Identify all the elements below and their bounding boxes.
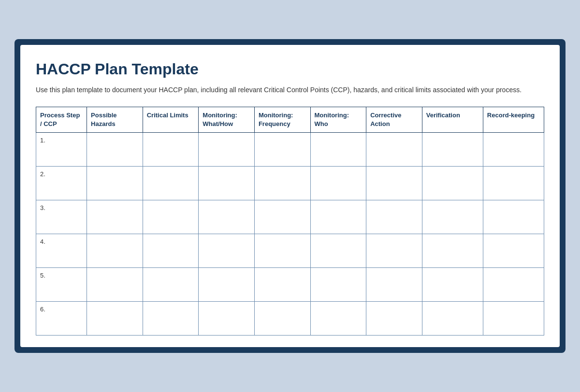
table-cell	[422, 200, 483, 234]
table-cell	[483, 234, 544, 268]
col-header-monitoring-who: Monitoring: Who	[310, 107, 366, 132]
table-cell	[366, 302, 422, 336]
col-header-critical-limits: Critical Limits	[143, 107, 199, 132]
table-cell	[483, 302, 544, 336]
table-cell	[143, 133, 199, 167]
row-number-cell: 3.	[36, 200, 87, 234]
table-cell	[366, 268, 422, 302]
table-row: 3.	[36, 200, 544, 234]
table-cell	[310, 268, 366, 302]
table-cell	[422, 302, 483, 336]
table-cell	[422, 167, 483, 200]
table-cell	[310, 302, 366, 336]
row-number-cell: 5.	[36, 268, 87, 302]
table-row: 6.	[36, 302, 544, 336]
table-cell	[87, 268, 143, 302]
table-cell	[310, 167, 366, 200]
table-cell	[143, 167, 199, 200]
table-cell	[254, 268, 310, 302]
table-cell	[366, 167, 422, 200]
col-header-possible-hazards: Possible Hazards	[87, 107, 143, 132]
table-cell	[483, 268, 544, 302]
table-row: 5.	[36, 268, 544, 302]
table-cell	[422, 234, 483, 268]
table-cell	[143, 234, 199, 268]
row-number-cell: 2.	[36, 167, 87, 200]
outer-container: HACCP Plan Template Use this plan templa…	[14, 39, 566, 353]
table-cell	[199, 200, 255, 234]
table-row: 2.	[36, 167, 544, 200]
table-cell	[422, 268, 483, 302]
row-number-cell: 6.	[36, 302, 87, 336]
table-cell	[366, 133, 422, 167]
table-cell	[366, 234, 422, 268]
table-cell	[199, 302, 255, 336]
table-cell	[143, 268, 199, 302]
col-header-corrective-action: Corrective Action	[366, 107, 422, 132]
table-cell	[422, 133, 483, 167]
table-cell	[310, 133, 366, 167]
row-number-cell: 1.	[36, 133, 87, 167]
row-number-cell: 4.	[36, 234, 87, 268]
table-cell	[254, 200, 310, 234]
page-title: HACCP Plan Template	[36, 60, 544, 78]
inner-container: HACCP Plan Template Use this plan templa…	[20, 45, 560, 347]
table-row: 4.	[36, 234, 544, 268]
table-cell	[87, 302, 143, 336]
table-header-row: Process Step / CCP Possible Hazards Crit…	[36, 107, 544, 132]
table-cell	[199, 268, 255, 302]
col-header-verification: Verification	[422, 107, 483, 132]
table-row: 1.	[36, 133, 544, 167]
table-cell	[254, 167, 310, 200]
table-cell	[87, 133, 143, 167]
table-cell	[199, 133, 255, 167]
table-cell	[483, 133, 544, 167]
table-cell	[143, 302, 199, 336]
col-header-monitoring-freq: Monitoring: Frequency	[254, 107, 310, 132]
table-cell	[310, 234, 366, 268]
col-header-record-keeping: Record-keeping	[483, 107, 544, 132]
table-cell	[199, 167, 255, 200]
col-header-monitoring-what: Monitoring: What/How	[199, 107, 255, 132]
table-cell	[254, 133, 310, 167]
table-cell	[483, 200, 544, 234]
page-description: Use this plan template to document your …	[36, 85, 544, 95]
table-cell	[87, 167, 143, 200]
table-cell	[254, 302, 310, 336]
table-cell	[483, 167, 544, 200]
col-header-process-step: Process Step / CCP	[36, 107, 87, 132]
table-cell	[87, 200, 143, 234]
table-cell	[199, 234, 255, 268]
table-cell	[310, 200, 366, 234]
table-cell	[254, 234, 310, 268]
haccp-table: Process Step / CCP Possible Hazards Crit…	[36, 107, 544, 336]
table-cell	[87, 234, 143, 268]
table-cell	[366, 200, 422, 234]
table-cell	[143, 200, 199, 234]
